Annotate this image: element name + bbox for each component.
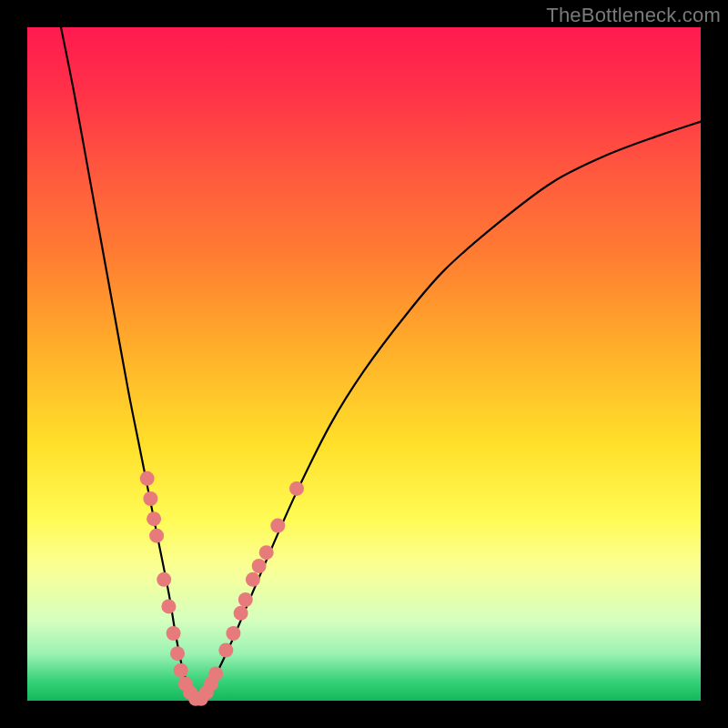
data-marker (174, 663, 188, 678)
data-marker (147, 511, 161, 526)
data-marker (246, 572, 260, 587)
data-marker (140, 471, 155, 486)
data-marker (143, 491, 157, 506)
data-marker (226, 626, 240, 641)
data-marker (167, 626, 181, 641)
chart-frame: TheBottleneck.com (0, 0, 728, 728)
data-marker (157, 572, 171, 587)
data-marker (218, 643, 233, 658)
data-marker (289, 481, 304, 496)
data-marker (270, 519, 285, 533)
data-marker (170, 646, 185, 661)
data-marker (259, 545, 274, 560)
bottleneck-curve-path (61, 27, 701, 701)
data-marker (238, 592, 253, 607)
chart-svg (27, 27, 701, 701)
data-marker (149, 529, 164, 543)
data-marker (234, 606, 248, 621)
data-marker (208, 666, 223, 681)
data-marker (252, 559, 267, 573)
watermark-text: TheBottleneck.com (546, 4, 721, 27)
marker-group (140, 471, 304, 706)
data-marker (161, 599, 176, 613)
